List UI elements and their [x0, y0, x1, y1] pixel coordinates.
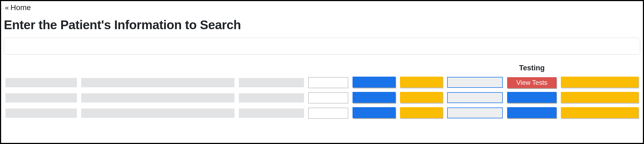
placeholder-cell — [239, 109, 304, 118]
placeholder-cell — [81, 109, 235, 118]
table-header-row: Testing — [3, 62, 641, 75]
page-title: Enter the Patient's Information to Searc… — [3, 13, 641, 38]
col-header-5 — [398, 62, 445, 75]
row-yellow-button[interactable] — [400, 77, 443, 88]
col-header-8 — [559, 62, 641, 75]
col-header-testing: Testing — [505, 62, 559, 75]
col-header-2 — [237, 62, 306, 75]
col-header-4 — [350, 62, 398, 75]
table-row — [3, 106, 641, 121]
results-table: Testing View Tests — [3, 62, 641, 121]
placeholder-cell — [239, 93, 304, 103]
patient-search-input[interactable] — [4, 38, 640, 55]
row-yellow-button[interactable] — [400, 92, 443, 103]
row-input[interactable] — [308, 92, 348, 103]
view-tests-button[interactable]: View Tests — [507, 77, 556, 88]
row-outline-button[interactable] — [447, 77, 503, 88]
row-input[interactable] — [308, 77, 348, 88]
placeholder-cell — [5, 109, 77, 118]
table-row — [3, 90, 641, 106]
row-blue-button[interactable] — [353, 107, 396, 118]
back-glyph-icon: « — [5, 4, 9, 11]
placeholder-cell — [81, 93, 235, 103]
col-header-3 — [306, 62, 350, 75]
col-header-0 — [3, 62, 79, 75]
placeholder-cell — [81, 78, 235, 87]
row-outline-button[interactable] — [447, 92, 503, 103]
breadcrumb-home-link[interactable]: Home — [10, 3, 31, 12]
placeholder-cell — [5, 78, 77, 87]
row-input[interactable] — [308, 108, 348, 119]
row-blue-button[interactable] — [353, 92, 396, 103]
row-outline-button[interactable] — [447, 107, 503, 118]
placeholder-cell — [239, 78, 304, 87]
row-far-yellow-button[interactable] — [561, 92, 639, 103]
breadcrumb: « Home — [3, 3, 641, 13]
col-header-6 — [445, 62, 505, 75]
row-yellow-button[interactable] — [400, 107, 443, 118]
table-row: View Tests — [3, 75, 641, 90]
row-far-yellow-button[interactable] — [561, 77, 639, 88]
search-wrap — [3, 38, 641, 62]
placeholder-cell — [5, 93, 77, 103]
row-testing-button[interactable] — [507, 92, 556, 103]
row-blue-button[interactable] — [353, 77, 396, 88]
row-testing-button[interactable] — [507, 107, 556, 118]
col-header-1 — [79, 62, 237, 75]
row-far-yellow-button[interactable] — [561, 107, 639, 118]
